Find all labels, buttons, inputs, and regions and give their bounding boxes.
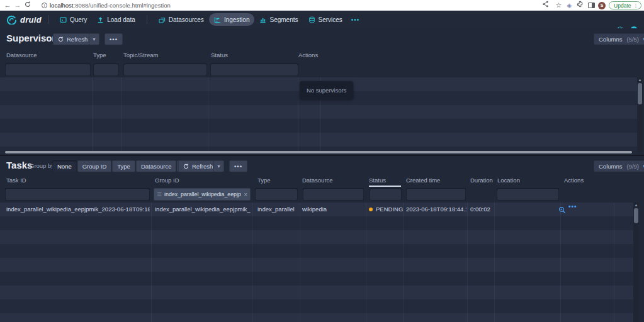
nav-item-query[interactable]: Query — [55, 13, 92, 26]
nav-item-services[interactable]: Services — [303, 13, 347, 26]
sup-col-topic-stream[interactable]: Topic/Stream — [123, 52, 158, 58]
druid-logo[interactable]: druid — [6, 15, 42, 25]
nav-item-datasources[interactable]: Datasources — [154, 13, 209, 26]
task-actions-more-icon[interactable]: ••• — [568, 203, 577, 210]
task-col-datasource[interactable]: Datasource — [302, 177, 333, 184]
task-table-row[interactable]: index_parallel_wikipedia_eepjpmik_2023-0… — [0, 203, 633, 216]
supervisors-refresh-caret-button[interactable]: ▼ — [89, 33, 99, 45]
nav-divider — [147, 15, 147, 24]
tasks-vertical-scrollbar-thumb[interactable] — [634, 208, 638, 223]
refresh-icon — [58, 36, 64, 42]
extensions-puzzle-icon[interactable] — [575, 0, 585, 11]
browser-update-button[interactable]: Update⋮ — [609, 1, 641, 9]
browser-reload-icon[interactable] — [23, 0, 33, 11]
datasource-cell: wikipedia — [302, 203, 364, 216]
extension-diamond-icon[interactable]: ◈ — [567, 2, 572, 9]
gridline — [300, 203, 300, 322]
task-location-filter-input[interactable] — [497, 188, 559, 201]
gridline — [366, 203, 366, 322]
tasks-section: Tasks Group by None Group ID Type Dataso… — [0, 156, 644, 322]
site-info-icon[interactable]: i — [42, 3, 47, 8]
group-by-none-button[interactable]: None — [52, 160, 77, 172]
nav-item-load-data[interactable]: Load data — [92, 13, 140, 26]
group-id-filter-tag[interactable]: ☰ index_parallel_wikipedia_eepjpmik_20 × — [154, 188, 251, 201]
task-type-filter-input[interactable] — [255, 188, 298, 201]
task-col-created-time[interactable]: Created time — [406, 177, 440, 184]
task-datasource-filter-input[interactable] — [303, 188, 364, 201]
tag-remove-icon[interactable]: × — [244, 191, 247, 198]
tasks-table-body — [0, 203, 633, 322]
sup-col-datasource[interactable]: Datasource — [6, 52, 37, 58]
segments-icon — [259, 16, 266, 23]
group-by-group-id-button[interactable]: Group ID — [77, 160, 112, 172]
sup-status-filter-input[interactable] — [210, 64, 298, 76]
scroll-up-icon[interactable]: ▲ — [633, 203, 639, 208]
task-details-magnify-icon[interactable] — [558, 205, 566, 216]
address-bar[interactable]: localhost:8088/unified-console.html#inge… — [50, 2, 171, 9]
task-created-filter-input[interactable] — [406, 188, 466, 201]
task-col-duration[interactable]: Duration — [470, 177, 493, 184]
sup-type-filter-input[interactable] — [93, 64, 119, 76]
tasks-more-button[interactable]: ••• — [229, 160, 247, 172]
druid-navbar: druid Query Load data Datasources Ingest… — [0, 11, 644, 28]
gridline — [494, 203, 495, 322]
tasks-refresh-button[interactable]: Refresh — [178, 160, 218, 172]
gridline — [208, 77, 208, 151]
tasks-refresh-caret-button[interactable]: ▼ — [213, 160, 224, 172]
group-id-cell: index_parallel_wikipedia_eepjpmik_2023-0… — [155, 203, 251, 216]
nav-divider — [48, 15, 48, 24]
load-data-icon — [97, 16, 104, 23]
ingestion-icon — [214, 16, 221, 23]
query-icon — [60, 16, 67, 23]
supervisors-section: Supervisors Refresh ▼ ••• Columns(5/5)▼ … — [0, 28, 644, 155]
task-col-type[interactable]: Type — [257, 177, 271, 184]
scroll-up-icon[interactable]: ▲ — [637, 77, 643, 82]
group-by-type-button[interactable]: Type — [112, 160, 135, 172]
browser-toolbar: ← → i localhost:8088/unified-console.htm… — [0, 0, 644, 11]
tag-menu-icon: ☰ — [157, 191, 162, 197]
sup-col-actions: Actions — [298, 52, 318, 58]
browser-back-icon[interactable]: ← — [3, 0, 13, 11]
group-by-datasource-button[interactable]: Datasource — [136, 160, 177, 172]
task-id-filter-input[interactable] — [5, 188, 150, 201]
nav-item-ingestion[interactable]: Ingestion — [209, 13, 255, 26]
sup-vertical-scrollbar-track[interactable]: ▲ — [637, 77, 643, 153]
profile-avatar[interactable]: S — [598, 2, 606, 9]
datasources-icon — [159, 16, 166, 23]
task-col-task-id[interactable]: Task ID — [6, 177, 26, 184]
tasks-vertical-scrollbar-track[interactable]: ▲ — [633, 203, 639, 322]
supervisors-refresh-button[interactable]: Refresh — [53, 33, 93, 45]
gridline — [298, 77, 298, 151]
side-panel-icon[interactable] — [588, 3, 595, 8]
no-supervisors-message: No supervisors — [300, 81, 353, 99]
browser-menu-icon[interactable]: ⋮ — [633, 3, 639, 9]
supervisors-more-button[interactable]: ••• — [105, 33, 123, 45]
sup-datasource-filter-input[interactable] — [5, 64, 91, 76]
sup-vertical-scrollbar-thumb[interactable] — [638, 83, 642, 104]
status-sort-indicator — [369, 186, 401, 187]
task-col-group-id[interactable]: Group ID — [155, 177, 179, 184]
share-icon[interactable] — [540, 0, 550, 11]
tasks-title: Tasks — [6, 160, 32, 170]
status-cell: PENDING — [369, 203, 403, 216]
gridline — [614, 203, 614, 322]
url-path: :8088/unified-console.html#ingestion — [74, 2, 171, 9]
task-col-location[interactable]: Location — [497, 177, 520, 184]
supervisors-columns-button[interactable]: Columns(5/5)▼ — [594, 33, 644, 45]
tasks-columns-button[interactable]: Columns(9/9)▼ — [594, 160, 644, 172]
sup-col-status[interactable]: Status — [211, 52, 228, 58]
pending-status-icon — [369, 208, 373, 211]
nav-more-icon[interactable]: ••• — [347, 16, 364, 23]
task-status-filter-input[interactable] — [370, 188, 402, 201]
group-by-label: Group by — [30, 162, 54, 169]
sup-horizontal-scrollbar[interactable] — [5, 151, 632, 153]
gridline — [403, 203, 404, 322]
gridline — [467, 203, 468, 322]
browser-forward-icon[interactable]: → — [13, 0, 23, 11]
sup-topic-filter-input[interactable] — [123, 64, 207, 76]
bookmark-star-icon[interactable]: ☆ — [553, 0, 563, 11]
sup-col-type[interactable]: Type — [93, 52, 106, 58]
nav-item-segments[interactable]: Segments — [254, 13, 303, 26]
type-cell: index_parallel — [257, 203, 298, 216]
task-col-status[interactable]: Status — [369, 177, 386, 184]
